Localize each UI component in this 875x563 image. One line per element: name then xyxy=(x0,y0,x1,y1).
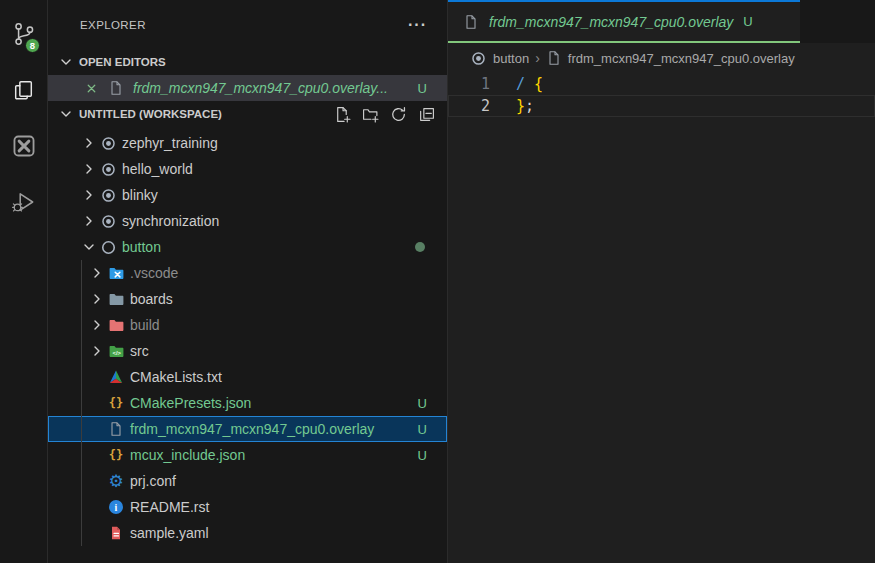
svg-text:</>: </> xyxy=(112,349,121,355)
tree-item-boards[interactable]: boards xyxy=(48,286,447,312)
activity-item-explorer[interactable] xyxy=(0,62,47,118)
folder-src-icon: </> xyxy=(108,343,125,360)
chevron-down-icon xyxy=(81,239,97,255)
git-status-badge: U xyxy=(418,396,427,411)
file-icon xyxy=(546,50,562,66)
activity-item-mcuxpresso[interactable] xyxy=(0,118,47,174)
tree-item-readme-rst[interactable]: iREADME.rst xyxy=(48,494,447,520)
code-line-1: 1/ { xyxy=(448,73,875,95)
tree-item-blinky[interactable]: blinky xyxy=(48,182,447,208)
close-icon[interactable] xyxy=(84,81,99,96)
file-icon xyxy=(460,14,482,30)
activity-item-source-control[interactable]: 8 xyxy=(0,6,47,62)
json-icon: {} xyxy=(109,396,123,410)
tab-git-status-badge: U xyxy=(743,14,752,29)
chevron-down-icon xyxy=(58,54,74,70)
open-editor-item[interactable]: frdm_mcxn947_mcxn947_cpu0.overlay...U xyxy=(48,75,447,101)
activity-bar: 8 xyxy=(0,0,48,563)
breadcrumb-label: frdm_mcxn947_mcxn947_cpu0.overlay xyxy=(568,51,795,66)
tree-item-cmakepresets-json[interactable]: {}CMakePresets.jsonU xyxy=(48,390,447,416)
sidebar-title: EXPLORER xyxy=(80,19,146,31)
workspace-root-closed-icon xyxy=(100,213,117,230)
chevron-right-icon xyxy=(89,317,105,333)
folder-vscode-icon xyxy=(108,265,125,282)
refresh-button[interactable] xyxy=(390,106,407,123)
git-status-badge: U xyxy=(418,448,427,463)
vscode-window: 8 EXPLORER ··· OPEN EDITORS frdm_mcxn947… xyxy=(0,0,875,563)
chevron-right-icon xyxy=(89,343,105,359)
workspace-root-closed-icon xyxy=(100,135,117,152)
breadcrumb-item[interactable]: frdm_mcxn947_mcxn947_cpu0.overlay xyxy=(546,50,795,66)
breadcrumb-label: button xyxy=(493,51,529,66)
new-folder-icon xyxy=(362,106,379,123)
editor-group: frdm_mcxn947_mcxn947_cpu0.overlay U butt… xyxy=(448,0,875,563)
tree-item-label: .vscode xyxy=(130,265,178,281)
git-modified-dot xyxy=(415,242,425,252)
section-open-editors[interactable]: OPEN EDITORS xyxy=(48,49,447,75)
tree-item-label: synchronization xyxy=(122,213,219,229)
tree-item-button[interactable]: button xyxy=(48,234,447,260)
tree-item-build[interactable]: build xyxy=(48,312,447,338)
new-file-icon xyxy=(334,106,351,123)
close-icon xyxy=(84,81,99,96)
tree-item-label: README.rst xyxy=(130,499,209,515)
tree-item-zephyr-training[interactable]: zephyr_training xyxy=(48,130,447,156)
tree-item-label: CMakePresets.json xyxy=(130,395,251,411)
workspace-root-closed-icon xyxy=(100,187,117,204)
open-editors-label: OPEN EDITORS xyxy=(79,56,166,68)
tree-item-label: mcux_include.json xyxy=(130,447,245,463)
section-workspace[interactable]: UNTITLED (WORKSPACE) xyxy=(48,101,447,127)
workspace-actions xyxy=(334,106,437,123)
tree-item-hello-world[interactable]: hello_world xyxy=(48,156,447,182)
workspace-label: UNTITLED (WORKSPACE) xyxy=(79,108,222,120)
tree-indent-guide xyxy=(81,260,82,546)
tree-item-prj-conf[interactable]: ⚙prj.conf xyxy=(48,468,447,494)
tree-item-mcux-include-json[interactable]: {}mcux_include.jsonU xyxy=(48,442,447,468)
chevron-right-icon xyxy=(89,291,105,307)
tree-item-label: sample.yaml xyxy=(130,525,209,541)
line-content: }; xyxy=(516,95,534,117)
tree-item-cmakelists-txt[interactable]: CMakeLists.txt xyxy=(48,364,447,390)
gear-icon: ⚙ xyxy=(108,473,123,490)
breadcrumb-item[interactable]: button xyxy=(470,50,529,67)
line-number: 2 xyxy=(448,95,490,117)
explorer-icon xyxy=(11,78,36,103)
tree-item-label: hello_world xyxy=(122,161,193,177)
code-editor[interactable]: 1/ {2}; xyxy=(448,73,875,117)
file-icon xyxy=(108,80,124,96)
tree-item-sample-yaml[interactable]: sample.yaml xyxy=(48,520,447,546)
json-icon: {} xyxy=(109,448,123,462)
git-status-badge: U xyxy=(418,81,427,96)
chevron-down-icon xyxy=(58,106,74,122)
tree-item-label: CMakeLists.txt xyxy=(130,369,222,385)
folder-build-icon xyxy=(108,317,125,334)
breadcrumb: button›frdm_mcxn947_mcxn947_cpu0.overlay xyxy=(448,43,875,73)
git-status-badge: U xyxy=(418,422,427,437)
tree-item-label: boards xyxy=(130,291,173,307)
tree-item-label: prj.conf xyxy=(130,473,176,489)
activity-item-run-and-debug[interactable] xyxy=(0,174,47,230)
new-folder-button[interactable] xyxy=(362,106,379,123)
yaml-icon xyxy=(108,525,124,541)
tree-item--vscode[interactable]: .vscode xyxy=(48,260,447,286)
run-and-debug-icon xyxy=(11,189,37,215)
code-line-2: 2}; xyxy=(448,95,875,117)
collapse-all-icon xyxy=(418,106,435,123)
tree-item-src[interactable]: </>src xyxy=(48,338,447,364)
tab-bar: frdm_mcxn947_mcxn947_cpu0.overlay U xyxy=(448,0,875,43)
tree-item-frdm-mcxn947-mcxn947-cpu0-overlay[interactable]: frdm_mcxn947_mcxn947_cpu0.overlayU xyxy=(48,416,447,442)
tree-item-synchronization[interactable]: synchronization xyxy=(48,208,447,234)
tab-active-overlay-file[interactable]: frdm_mcxn947_mcxn947_cpu0.overlay U xyxy=(448,0,800,43)
info-icon: i xyxy=(109,500,123,514)
collapse-all-button[interactable] xyxy=(418,106,435,123)
workspace-root-open-icon xyxy=(100,239,117,256)
more-actions-icon[interactable]: ··· xyxy=(408,20,427,30)
open-editor-label: frdm_mcxn947_mcxn947_cpu0.overlay... xyxy=(133,80,388,96)
tree-item-label: blinky xyxy=(122,187,158,203)
cmake-icon xyxy=(108,369,124,385)
line-content: / { xyxy=(516,73,543,95)
open-editors-list: frdm_mcxn947_mcxn947_cpu0.overlay...U xyxy=(48,75,447,101)
chevron-down-icon xyxy=(58,54,74,70)
refresh-icon xyxy=(390,106,407,123)
new-file-button[interactable] xyxy=(334,106,351,123)
